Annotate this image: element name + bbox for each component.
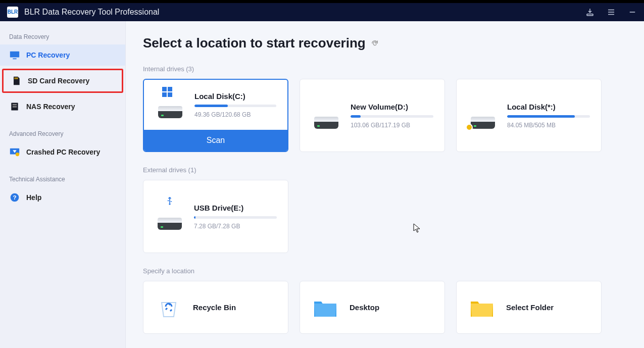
drive-name: Local Disk(C:) [194, 92, 276, 101]
titlebar: BLR BLR Data Recovery Tool Professional [0, 3, 644, 21]
sidebar-section-data-recovery: Data Recovery [0, 29, 125, 44]
sidebar-item-help[interactable]: ? Help [0, 187, 125, 208]
select-folder-icon [468, 293, 496, 322]
refresh-icon[interactable] [371, 39, 379, 47]
svg-text:?: ? [13, 194, 16, 201]
drive-name: USB Drive(E:) [194, 204, 277, 212]
sidebar-item-nas-recovery[interactable]: NAS Recovery [0, 96, 125, 117]
monitor-icon [9, 49, 20, 61]
crashed-icon [9, 146, 20, 158]
sidebar-section-technical: Technical Assistance [0, 172, 125, 187]
sidebar-item-sd-card-recovery[interactable]: SD Card Recovery [2, 69, 123, 93]
desktop-folder-icon [311, 293, 339, 322]
drive-card[interactable]: New Volume(D:)103.06 GB/117.19 GB [300, 79, 445, 152]
drive-size: 84.05 MB/505 MB [507, 122, 590, 129]
svg-rect-12 [13, 106, 17, 108]
drive-size: 103.06 GB/117.19 GB [351, 122, 433, 129]
minimize-icon[interactable] [628, 8, 637, 17]
svg-point-14 [16, 153, 19, 156]
sidebar-item-label: PC Recovery [26, 51, 70, 59]
update-icon[interactable] [585, 8, 595, 17]
scan-button[interactable]: Scan [144, 130, 287, 151]
svg-point-17 [169, 203, 170, 205]
drive-size: 7.28 GB/7.28 GB [194, 223, 277, 230]
sdcard-icon [11, 75, 22, 86]
page-title: Select a location to start recovering [143, 35, 366, 51]
drive-name: Local Disk(*:) [507, 103, 590, 111]
sidebar: Data Recovery PC Recovery SD Card Recove… [0, 21, 126, 348]
recycle-icon [155, 293, 183, 322]
svg-rect-6 [13, 58, 16, 59]
drive-card[interactable]: Local Disk(C:)49.36 GB/120.68 GBScan [143, 79, 288, 152]
menu-icon[interactable] [607, 8, 616, 17]
sidebar-item-crashed-pc-recovery[interactable]: Crashed PC Recovery [0, 141, 125, 163]
location-name: Recycle Bin [193, 303, 236, 312]
app-logo: BLR [7, 7, 18, 18]
main-content: Select a location to start recovering In… [126, 21, 644, 348]
svg-rect-0 [587, 14, 593, 16]
help-icon: ? [9, 192, 20, 203]
location-card[interactable]: Select Folder [456, 281, 602, 334]
drive-card[interactable]: Local Disk(*:)84.05 MB/505 MB [456, 79, 602, 152]
location-card[interactable]: Recycle Bin [143, 281, 288, 334]
sidebar-item-label: Crashed PC Recovery [26, 148, 100, 156]
location-name: Desktop [350, 303, 379, 312]
external-drives-label: External drives (1) [143, 166, 627, 174]
svg-rect-11 [13, 104, 17, 106]
location-name: Select Folder [506, 303, 554, 312]
app-title: BLR Data Recovery Tool Professional [24, 8, 585, 17]
internal-drives-label: Internal drives (3) [143, 65, 627, 73]
specify-location-label: Specify a location [143, 267, 627, 275]
svg-rect-5 [10, 52, 19, 58]
sidebar-section-advanced: Advanced Recovery [0, 126, 125, 141]
sidebar-item-label: SD Card Recovery [28, 77, 89, 85]
drive-size: 49.36 GB/120.68 GB [194, 111, 276, 118]
location-card[interactable]: Desktop [300, 281, 445, 334]
drive-card[interactable]: USB Drive(E:)7.28 GB/7.28 GB [143, 180, 288, 253]
sidebar-item-label: NAS Recovery [26, 103, 75, 111]
sidebar-item-label: Help [26, 193, 41, 202]
svg-rect-8 [16, 77, 17, 79]
svg-rect-7 [15, 77, 16, 79]
sidebar-item-pc-recovery[interactable]: PC Recovery [0, 44, 125, 66]
nas-icon [9, 101, 20, 112]
svg-rect-9 [17, 77, 18, 79]
drive-name: New Volume(D:) [351, 103, 433, 111]
